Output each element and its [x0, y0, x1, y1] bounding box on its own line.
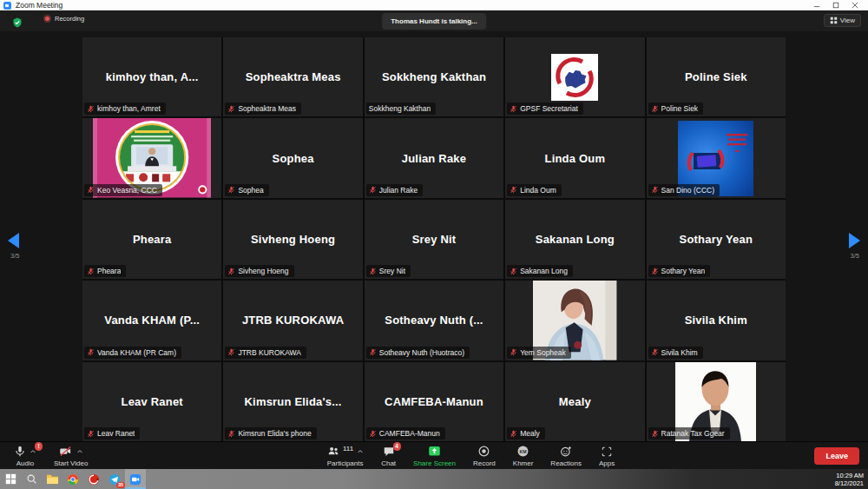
- participant-label: Mealy: [507, 427, 545, 439]
- muted-mic-icon: [227, 348, 235, 356]
- participant-tile[interactable]: Sopheaktra MeasSopheaktra Meas: [223, 37, 362, 116]
- participant-label: CAMFEBA-Manun: [366, 427, 445, 439]
- participant-label: Sotheavy Nuth (Huotraco): [366, 347, 470, 359]
- windows-start-icon: [5, 473, 16, 485]
- participant-label: Vanda KHAM (PR Cam): [84, 347, 181, 359]
- participant-label: Keo Veasna, CCC: [84, 184, 162, 196]
- windows-taskbar: 35 10:29 AM 8/12/2021: [0, 469, 868, 489]
- participant-label-text: kimhoy than, Amret: [97, 104, 161, 113]
- participant-tile[interactable]: Linda OumLinda Oum: [505, 118, 644, 197]
- participant-tile[interactable]: SopheaSophea: [223, 118, 362, 197]
- muted-mic-icon: [227, 430, 235, 438]
- gallery-view: kimhoy than, A...kimhoy than, AmretSophe…: [0, 31, 868, 441]
- participant-tile[interactable]: Keo Veasna, CCC: [82, 118, 221, 197]
- minimize-button[interactable]: [807, 0, 826, 10]
- telegram-taskbar-button[interactable]: 35: [104, 469, 125, 489]
- interpretation-icon: KM: [516, 445, 529, 458]
- close-button[interactable]: [845, 0, 865, 10]
- participant-label-text: Yem Sopheak: [520, 348, 566, 357]
- recording-label: Recording: [55, 15, 84, 23]
- start-taskbar-button[interactable]: [0, 469, 21, 489]
- share-screen-label: Share Screen: [413, 459, 456, 467]
- previous-page-button[interactable]: [8, 233, 19, 248]
- participant-tile[interactable]: CAMFEBA-ManunCAMFEBA-Manun: [365, 362, 503, 441]
- participant-tile[interactable]: Poline SiekPoline Siek: [647, 37, 786, 116]
- media-app-taskbar-button[interactable]: [83, 469, 104, 489]
- participant-label: GPSF Secretariat: [507, 102, 583, 115]
- file-explorer-taskbar-button[interactable]: [42, 469, 62, 489]
- chevron-up-icon[interactable]: [357, 448, 364, 455]
- reactions-button[interactable]: Reactions: [542, 442, 590, 469]
- window-titlebar: Zoom Meeting: [0, 0, 868, 10]
- muted-mic-icon: [227, 186, 235, 194]
- record-button[interactable]: Record: [464, 442, 504, 469]
- muted-mic-icon: [87, 348, 95, 356]
- meeting-info-shield-icon[interactable]: [12, 16, 23, 26]
- chrome-taskbar-button[interactable]: [62, 469, 83, 489]
- muted-mic-icon: [87, 430, 95, 438]
- participants-button[interactable]: 111Participants: [318, 442, 372, 469]
- clock-time: 10:29 AM: [835, 472, 864, 479]
- telegram-badge: 35: [116, 482, 125, 488]
- participant-label: kimhoy than, Amret: [84, 102, 166, 115]
- participant-label: Sivila Khim: [648, 347, 703, 359]
- participant-label: Srey Nit: [366, 265, 411, 277]
- khmer-button[interactable]: KMKhmer: [504, 442, 542, 469]
- participant-label-text: Keo Veasna, CCC: [97, 186, 157, 195]
- participant-tile[interactable]: JTRB KUROKAWAJTRB KUROKAWA: [223, 281, 362, 360]
- participant-tile[interactable]: San Dino (CCC): [647, 118, 786, 197]
- taskbar-clock[interactable]: 10:29 AM 8/12/2021: [835, 472, 864, 487]
- start-video-button[interactable]: Start Video: [45, 442, 96, 469]
- participant-tile[interactable]: Sothary YeanSothary Yean: [647, 200, 786, 279]
- next-page-button[interactable]: [849, 233, 860, 248]
- apps-label: Apps: [599, 459, 615, 467]
- audio-badge: !: [35, 442, 43, 451]
- participant-tile[interactable]: Sotheavy Nuth (...Sotheavy Nuth (Huotrac…: [365, 281, 503, 360]
- participants-count: 111: [343, 445, 353, 453]
- participant-label: Kimsrun Elida's phone: [225, 427, 316, 439]
- muted-mic-icon: [651, 348, 659, 356]
- record-icon: [477, 445, 490, 458]
- search-icon: [26, 473, 37, 485]
- maximize-button[interactable]: [826, 0, 845, 10]
- zoom-app-taskbar-button[interactable]: [125, 469, 146, 489]
- participant-label: JTRB KUROKAWA: [225, 347, 306, 359]
- participant-tile[interactable]: Ratanak Tax Ggear: [647, 362, 786, 441]
- folder-icon: [46, 473, 59, 485]
- chrome-icon: [67, 473, 79, 486]
- participant-label-text: Sivheng Hoeng: [238, 267, 288, 275]
- chat-button[interactable]: 4Chat: [372, 442, 404, 469]
- participant-label-text: Sophea: [238, 186, 263, 195]
- muted-mic-icon: [651, 268, 659, 275]
- participant-tile[interactable]: Julian RakeJulian Rake: [365, 118, 503, 197]
- participant-tile[interactable]: Kimsrun Elida's...Kimsrun Elida's phone: [223, 362, 362, 441]
- meeting-toolbar: !AudioStart Video 111Participants4ChatSh…: [0, 441, 868, 469]
- participant-tile[interactable]: Vanda KHAM (P...Vanda KHAM (PR Cam): [82, 281, 221, 360]
- participant-label: Poline Siek: [648, 102, 704, 115]
- participant-tile[interactable]: Sokkheng KakthanSokkheng Kakthan: [365, 37, 503, 116]
- participant-tile[interactable]: GPSF Secretariat: [505, 37, 644, 116]
- share-screen-button[interactable]: Share Screen: [404, 442, 464, 469]
- participant-label-text: Pheara: [97, 267, 121, 275]
- search-taskbar-button[interactable]: [21, 469, 42, 489]
- participant-tile[interactable]: Sivila KhimSivila Khim: [647, 281, 786, 360]
- participant-label-text: Leav Ranet: [97, 429, 135, 438]
- participant-tile[interactable]: Leav RanetLeav Ranet: [82, 362, 221, 441]
- participant-label-text: Mealy: [520, 429, 540, 438]
- view-button[interactable]: View: [824, 14, 861, 27]
- participant-tile[interactable]: Sakanan LongSakanan Long: [505, 200, 644, 279]
- participant-tile[interactable]: kimhoy than, A...kimhoy than, Amret: [82, 37, 221, 116]
- participant-tile[interactable]: Yem Sopheak: [505, 281, 644, 360]
- chevron-up-icon[interactable]: [76, 448, 83, 455]
- participant-tile[interactable]: MealyMealy: [505, 362, 644, 441]
- apps-button[interactable]: Apps: [590, 442, 623, 469]
- muted-mic-icon: [369, 268, 377, 275]
- audio-button[interactable]: !Audio: [5, 442, 45, 469]
- participant-label: Sopheaktra Meas: [225, 102, 301, 115]
- participant-tile[interactable]: Sivheng HoengSivheng Hoeng: [223, 200, 362, 279]
- window-title: Zoom Meeting: [16, 1, 62, 10]
- participant-tile[interactable]: Srey NitSrey Nit: [365, 200, 503, 279]
- participant-tile[interactable]: PhearaPheara: [82, 200, 221, 279]
- participant-label-text: Vanda KHAM (PR Cam): [97, 348, 176, 357]
- leave-button[interactable]: Leave: [814, 447, 859, 465]
